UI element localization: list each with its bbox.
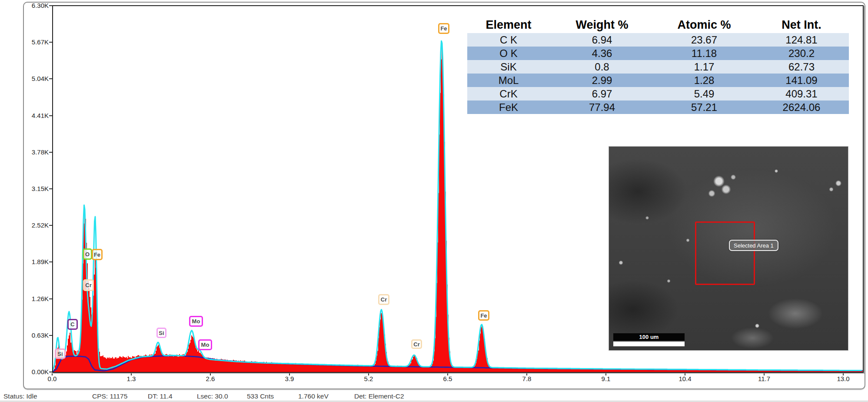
element-marker-cr[interactable]: Cr [378, 294, 389, 305]
y-tick-mark [49, 115, 52, 116]
x-tick-label: 2.6 [198, 375, 223, 383]
x-tick-mark [605, 373, 606, 375]
table-cell: SiK [467, 60, 550, 74]
table-cell: 62.73 [754, 60, 849, 74]
table-cell: 409.31 [754, 87, 849, 100]
table-cell: 23.67 [654, 33, 754, 47]
element-marker-fe[interactable]: Fe [478, 310, 489, 321]
y-tick-mark [49, 261, 52, 262]
y-tick-mark [49, 225, 52, 226]
x-tick-mark [447, 373, 448, 375]
table-row: SiK0.81.1762.73 [467, 60, 849, 74]
table-header-cell: Net Int. [754, 17, 849, 33]
y-tick-label: 4.41K [22, 112, 49, 120]
x-tick-mark [764, 373, 765, 375]
table-cell: 6.97 [550, 87, 654, 100]
status-item: 1.760 keV [298, 392, 329, 400]
table-row: MoL2.991.28141.09 [467, 74, 849, 87]
table-row: CrK6.975.49409.31 [467, 87, 849, 100]
table-row: FeK77.9457.212624.06 [467, 100, 849, 114]
table-cell: 2.99 [550, 74, 654, 87]
element-marker-mo[interactable]: Mo [198, 339, 212, 350]
y-tick-label: 3.78K [22, 148, 49, 156]
x-tick-mark [685, 373, 685, 375]
element-marker-cr[interactable]: Cr [83, 279, 94, 291]
table-cell: CrK [467, 87, 550, 100]
table-cell: 5.49 [654, 87, 754, 100]
table-header-cell: Weight % [550, 17, 654, 33]
y-tick-mark [49, 5, 52, 6]
x-tick-mark [131, 373, 132, 375]
table-cell: 141.09 [754, 74, 849, 87]
table-header-cell: Element [467, 17, 550, 33]
quant-results-table: ElementWeight %Atomic %Net Int. C K6.942… [467, 17, 849, 114]
window-bottom-edge [0, 401, 868, 402]
element-marker-c[interactable]: C [67, 319, 78, 330]
x-tick-mark [843, 373, 844, 375]
x-tick-label: 5.2 [356, 375, 381, 383]
x-tick-label: 6.5 [436, 375, 460, 383]
table-cell: 4.36 [550, 47, 654, 60]
status-item: Lsec: 30.0 [197, 392, 228, 400]
eds-analysis-window: { "chart_data": { "type": "area", "title… [0, 0, 868, 402]
table-body: C K6.9423.67124.81O K4.3611.18230.2SiK0.… [467, 33, 849, 114]
y-tick-mark [49, 42, 52, 43]
status-item: DT: 11.4 [148, 392, 173, 400]
table-row: C K6.9423.67124.81 [467, 33, 849, 47]
x-tick-label: 13.0 [831, 375, 855, 383]
x-tick-mark [52, 373, 53, 375]
element-marker-mo[interactable]: Mo [189, 316, 203, 327]
y-tick-label: 5.67K [22, 38, 49, 46]
x-tick-mark [526, 373, 527, 375]
x-tick-label: 7.8 [515, 375, 539, 383]
x-tick-label: 3.9 [277, 375, 302, 383]
status-item: Det: Element-C2 [354, 392, 404, 400]
x-tick-label: 11.7 [752, 375, 776, 383]
element-marker-fe[interactable]: Fe [92, 249, 103, 260]
element-marker-si[interactable]: Si [55, 348, 66, 359]
y-tick-mark [49, 298, 52, 299]
x-tick-label: 1.3 [119, 375, 143, 383]
x-tick-mark [368, 373, 369, 375]
table-header-cell: Atomic % [654, 17, 754, 33]
y-tick-label: 3.15K [22, 185, 49, 193]
element-marker-fe[interactable]: Fe [438, 23, 449, 34]
sem-image-inset: Selected Area 1 100 um [609, 146, 848, 351]
x-tick-label: 0.0 [40, 375, 64, 383]
y-tick-label: 5.04K [22, 75, 49, 83]
x-tick-mark [210, 373, 211, 375]
table-cell: 230.2 [754, 47, 849, 60]
scale-bar: 100 um [613, 333, 685, 341]
table-header-row: ElementWeight %Atomic %Net Int. [467, 17, 849, 33]
table-cell: 0.8 [550, 60, 654, 74]
table-cell: 77.94 [550, 100, 654, 114]
x-tick-label: 10.4 [673, 375, 697, 383]
table-cell: O K [467, 47, 550, 60]
y-tick-mark [49, 188, 52, 189]
y-tick-mark [49, 152, 52, 153]
table-cell: 1.17 [654, 60, 754, 74]
y-tick-mark [49, 372, 52, 372]
element-marker-si[interactable]: Si [156, 328, 166, 338]
table-cell: MoL [467, 74, 550, 87]
y-tick-label: 0.63K [22, 332, 49, 339]
status-item: Status: Idle [3, 392, 37, 400]
scale-bar-white [613, 342, 685, 346]
table-cell: 57.21 [654, 100, 754, 114]
table-cell: 6.94 [550, 33, 654, 47]
y-tick-mark [49, 335, 52, 336]
table-cell: 11.18 [654, 47, 754, 60]
table-cell: 124.81 [754, 33, 849, 47]
y-tick-mark [49, 78, 52, 79]
y-tick-label: 6.30K [22, 2, 49, 10]
selected-area-rect[interactable] [695, 221, 755, 285]
table-cell: C K [467, 33, 550, 47]
table-cell: 1.28 [654, 74, 754, 87]
element-marker-cr[interactable]: Cr [411, 339, 422, 349]
element-marker-o[interactable]: O [83, 248, 92, 260]
y-tick-label: 2.52K [22, 221, 49, 229]
y-tick-label: 1.89K [22, 258, 49, 266]
table-cell: 2624.06 [754, 100, 849, 114]
y-tick-label: 1.26K [22, 295, 49, 303]
table-cell: FeK [467, 100, 550, 114]
